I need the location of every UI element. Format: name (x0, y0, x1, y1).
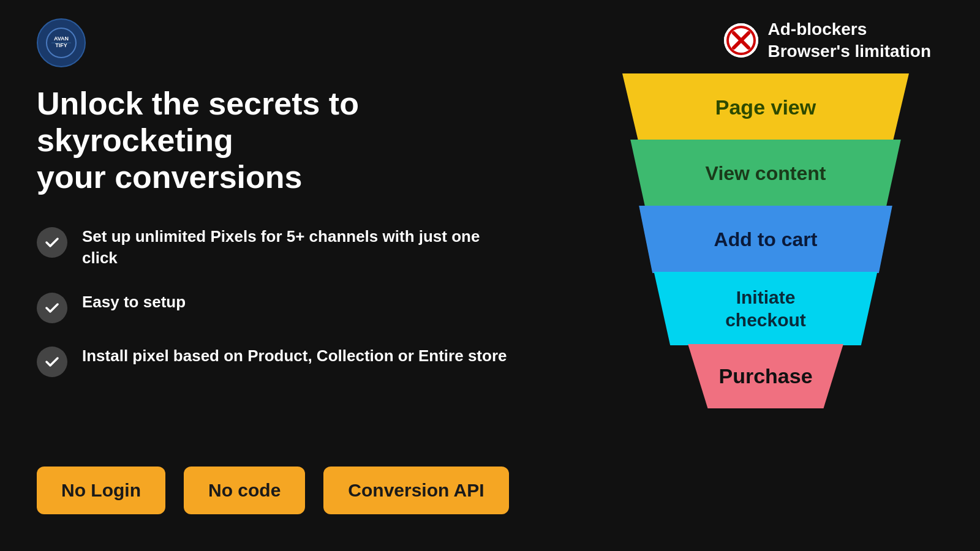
adblocker-icon (724, 23, 758, 58)
check-icon-1 (37, 227, 67, 258)
no-code-button[interactable]: No code (184, 467, 305, 514)
funnel-step-initiate-checkout: Initiatecheckout (649, 272, 882, 345)
feature-text-2: Easy to setup (82, 291, 186, 313)
check-icon-2 (37, 293, 67, 323)
features-list: Set up unlimited Pixels for 5+ channels … (37, 226, 514, 377)
feature-text-3: Install pixel based on Product, Collecti… (82, 345, 507, 367)
funnel-step-add-to-cart: Add to cart (631, 206, 900, 273)
feature-item-2: Easy to setup (37, 291, 514, 323)
funnel-step-purchase: Purchase (683, 344, 848, 408)
funnel-step-view-content: View content (619, 140, 913, 207)
adblocker-text: Ad-blockers Browser's limitation (768, 18, 932, 63)
no-login-button[interactable]: No Login (37, 467, 165, 514)
feature-item-3: Install pixel based on Product, Collecti… (37, 345, 514, 377)
initiate-checkout-label: Initiatecheckout (725, 286, 806, 332)
left-content: Unlock the secrets to skyrocketing your … (37, 86, 514, 414)
cta-buttons-row: No Login No code Conversion API (37, 467, 509, 514)
funnel-step-page-view: Page view (606, 73, 925, 141)
svg-text:AVAN: AVAN (54, 36, 69, 42)
check-icon-3 (37, 347, 67, 377)
brand-logo: AVAN TIFY (37, 18, 86, 67)
feature-item-1: Set up unlimited Pixels for 5+ channels … (37, 226, 514, 269)
adblocker-notice: Ad-blockers Browser's limitation (724, 18, 932, 63)
funnel-chart: Page view View content Add to cart Initi… (588, 73, 943, 408)
conversion-api-button[interactable]: Conversion API (323, 467, 508, 514)
feature-text-1: Set up unlimited Pixels for 5+ channels … (82, 226, 514, 269)
main-heading: Unlock the secrets to skyrocketing your … (37, 86, 514, 195)
